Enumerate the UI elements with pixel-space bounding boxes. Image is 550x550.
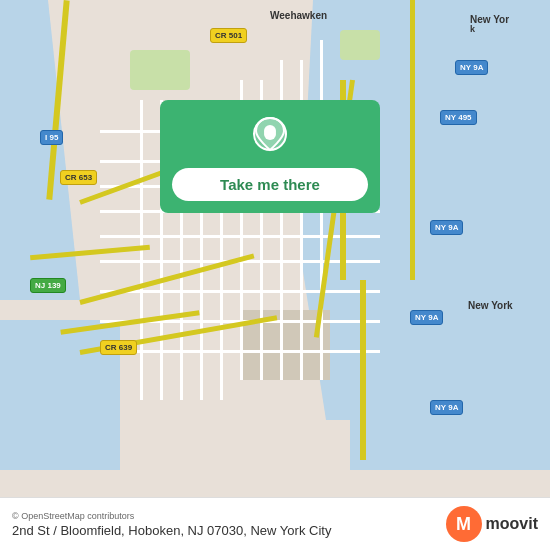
moovit-text: moovit [486, 515, 538, 533]
moovit-icon: M [446, 506, 482, 542]
route-badge-ny495: NY 495 [440, 110, 477, 125]
route-badge-cr639: CR 639 [100, 340, 137, 355]
osm-credit: © OpenStreetMap contributors [12, 511, 446, 521]
svg-point-2 [264, 125, 276, 137]
park-area-2 [340, 30, 380, 60]
park-area [130, 50, 190, 90]
route-badge-ny9a2: NY 9A [430, 220, 463, 235]
bottom-bar-left: © OpenStreetMap contributors 2nd St / Bl… [12, 511, 446, 538]
route-badge-nj139: NJ 139 [30, 278, 66, 293]
route-badge-ny9a1: NY 9A [455, 60, 488, 75]
map-pin-icon [248, 116, 292, 160]
road [100, 235, 380, 238]
bottom-bar: © OpenStreetMap contributors 2nd St / Bl… [0, 497, 550, 550]
route-badge-ny9a4: NY 9A [430, 400, 463, 415]
route-badge-cr501: CR 501 [210, 28, 247, 43]
route-badge-cr653: CR 653 [60, 170, 97, 185]
address-text: 2nd St / Bloomfield, Hoboken, NJ 07030, … [12, 523, 446, 538]
route-badge-ny9a3: NY 9A [410, 310, 443, 325]
take-me-there-button[interactable]: Take me there [172, 168, 368, 201]
route-9a-road-2 [360, 280, 366, 460]
route-badge-i95: I 95 [40, 130, 63, 145]
lower-water [350, 220, 550, 470]
road [100, 290, 380, 293]
moovit-logo: M moovit [446, 506, 538, 542]
ny-highway-2 [410, 0, 415, 280]
road [100, 350, 380, 353]
map-container: CR 501 CR 653 CR 639 I 95 NJ 139 NY 9A N… [0, 0, 550, 550]
location-card: Take me there [160, 100, 380, 213]
